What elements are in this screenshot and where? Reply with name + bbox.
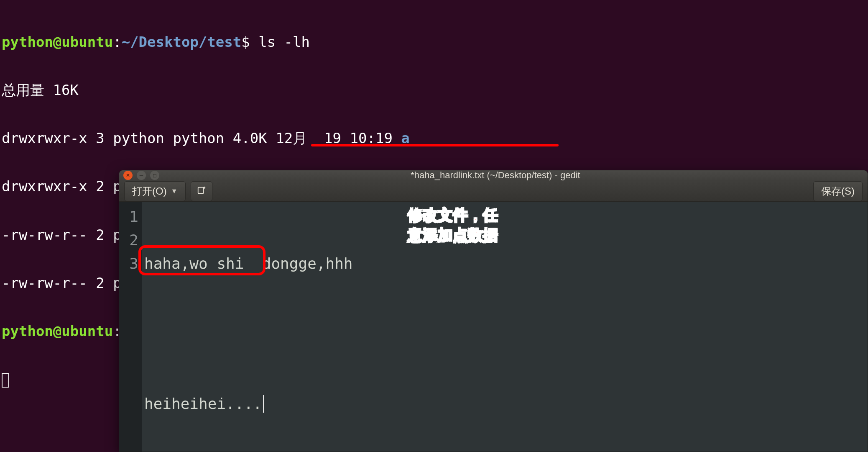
annotation-underline [311, 144, 559, 146]
editor-line: haha,wo shi dongge,hhh [144, 252, 868, 275]
editor-line: heiheihei.... [144, 392, 868, 416]
prompt-host: ubuntu [61, 33, 113, 50]
line-number: 2 [119, 229, 138, 252]
new-tab-icon [197, 185, 206, 197]
gedit-window: ✕ ─ ◻ *haha_hardlink.txt (~/Desktop/test… [119, 170, 868, 452]
terminal-line: 总用量 16K [2, 82, 866, 98]
annotation-text: 修改文件，任 意添加点数据 [408, 205, 498, 246]
save-button-label: 保存(S) [821, 185, 855, 198]
minimize-icon[interactable]: ─ [137, 171, 146, 180]
window-controls: ✕ ─ ◻ [123, 171, 159, 180]
window-title: *haha_hardlink.txt (~/Desktop/test) - ge… [166, 170, 825, 181]
line-number-gutter: 1 2 3 [119, 202, 142, 452]
editor-area[interactable]: 1 2 3 haha,wo shi dongge,hhh heiheihei..… [119, 202, 868, 452]
chevron-down-icon: ▼ [171, 187, 178, 195]
line-number: 1 [119, 205, 138, 229]
prompt-user: python [2, 33, 53, 50]
save-button[interactable]: 保存(S) [813, 181, 863, 201]
svg-rect-0 [198, 187, 203, 193]
close-icon[interactable]: ✕ [123, 171, 133, 180]
maximize-icon[interactable]: ◻ [150, 171, 159, 180]
terminal-line: python@ubuntu:~/Desktop/test$ ls -lh [2, 34, 866, 50]
new-tab-button[interactable] [191, 181, 212, 201]
open-button[interactable]: 打开(O) ▼ [124, 181, 186, 201]
editor-body[interactable]: haha,wo shi dongge,hhh heiheihei.... 修改文… [142, 202, 868, 452]
gedit-toolbar: 打开(O) ▼ 保存(S) [119, 181, 868, 202]
prompt-path: ~/Desktop/test [122, 33, 242, 50]
line-number: 3 [119, 252, 138, 275]
gedit-titlebar[interactable]: ✕ ─ ◻ *haha_hardlink.txt (~/Desktop/test… [119, 170, 868, 181]
prompt-at: @ [53, 33, 61, 50]
command-text: ls -lh [258, 33, 310, 50]
prompt-symbol: $ [241, 33, 258, 50]
terminal-cursor-icon [2, 373, 9, 388]
open-button-label: 打开(O) [132, 185, 167, 198]
editor-line [144, 322, 868, 345]
text-cursor-icon [263, 395, 264, 413]
